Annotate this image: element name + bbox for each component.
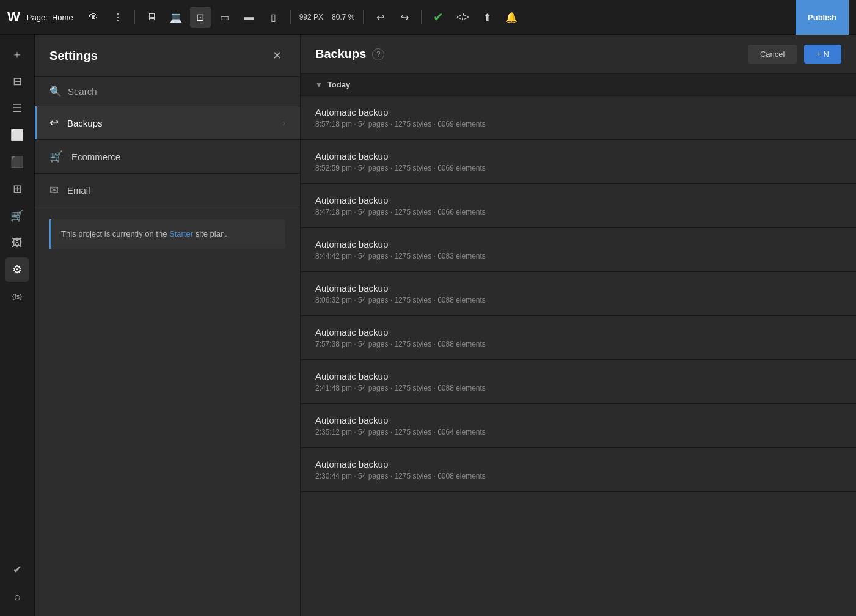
backups-chevron-icon: ›	[282, 118, 285, 128]
webflow-logo: W	[7, 9, 20, 25]
backup-item-title: Automatic backup	[315, 371, 841, 381]
backup-item-title: Automatic backup	[315, 327, 841, 337]
rail-layers-icon[interactable]: ⊟	[5, 69, 29, 94]
today-section-header: ▼ Today	[301, 74, 856, 96]
preview-icon[interactable]: 👁	[83, 7, 104, 28]
backup-item-title: Automatic backup	[315, 239, 841, 249]
backup-item-meta: 8:52:59 pm · 54 pages · 1275 styles · 60…	[315, 164, 841, 172]
backups-title-area: Backups ?	[315, 47, 384, 61]
backups-icon: ↩	[49, 116, 59, 130]
nav-item-backups[interactable]: ↩ Backups ›	[35, 106, 300, 140]
backup-item-meta: 2:30:44 pm · 54 pages · 1275 styles · 60…	[315, 472, 841, 480]
laptop-view-icon[interactable]: 💻	[166, 7, 186, 28]
cancel-button[interactable]: Cancel	[748, 45, 797, 64]
more-options-icon[interactable]: ⋮	[108, 7, 128, 28]
toolbar-separator-3	[363, 10, 364, 24]
rail-data-icon[interactable]: ⊞	[5, 177, 29, 201]
phone-portrait-icon[interactable]: ▯	[263, 7, 284, 28]
email-label: Email	[67, 185, 90, 196]
settings-close-button[interactable]: ✕	[268, 47, 285, 64]
backup-list-item[interactable]: Automatic backup 2:41:48 pm · 54 pages ·…	[301, 360, 856, 404]
backup-list-item[interactable]: Automatic backup 8:47:18 pm · 54 pages ·…	[301, 184, 856, 228]
starter-plan-link[interactable]: Starter	[169, 229, 193, 238]
backup-item-meta: 2:35:12 pm · 54 pages · 1275 styles · 60…	[315, 428, 841, 436]
settings-search[interactable]: 🔍 Search	[35, 77, 300, 106]
backup-list: Automatic backup 8:57:18 pm · 54 pages ·…	[301, 96, 856, 616]
backups-title: Backups	[315, 47, 366, 61]
backup-list-item[interactable]: Automatic backup 7:57:38 pm · 54 pages ·…	[301, 316, 856, 360]
backup-item-title: Automatic backup	[315, 459, 841, 469]
rail-pages-icon[interactable]: ⬜	[5, 123, 29, 147]
icon-rail: ＋ ⊟ ☰ ⬜ ⬛ ⊞ 🛒 🖼 ⚙ {fs} ✔ ⌕	[0, 35, 35, 616]
backup-item-title: Automatic backup	[315, 195, 841, 205]
rail-add-icon[interactable]: ＋	[5, 42, 29, 67]
rail-nav-icon[interactable]: ☰	[5, 96, 29, 120]
new-backup-label: + N	[816, 50, 829, 59]
backup-item-meta: 8:57:18 pm · 54 pages · 1275 styles · 60…	[315, 120, 841, 128]
settings-header: Settings ✕	[35, 35, 300, 77]
nav-item-ecommerce[interactable]: 🛒 Ecommerce	[35, 140, 300, 174]
settings-panel: Settings ✕ 🔍 Search ↩ Backups › 🛒 Ecomme…	[35, 35, 301, 616]
backup-item-meta: 8:47:18 pm · 54 pages · 1275 styles · 60…	[315, 208, 841, 216]
settings-info-box: This project is currently on the Starter…	[49, 219, 285, 249]
tablet-portrait-icon[interactable]: ▭	[214, 7, 235, 28]
section-label: Today	[327, 80, 350, 89]
rail-tasks-icon[interactable]: ✔	[5, 557, 29, 582]
backup-list-item[interactable]: Automatic backup 8:44:42 pm · 54 pages ·…	[301, 228, 856, 272]
ecommerce-label: Ecommerce	[71, 152, 120, 162]
undo-icon[interactable]: ↩	[370, 7, 390, 28]
backup-item-meta: 7:57:38 pm · 54 pages · 1275 styles · 60…	[315, 340, 841, 348]
settings-title: Settings	[49, 49, 98, 63]
search-icon: 🔍	[49, 86, 62, 97]
page-info: Page: Home	[27, 13, 73, 22]
backup-item-title: Automatic backup	[315, 151, 841, 161]
nav-item-email[interactable]: ✉ Email	[35, 174, 300, 207]
toolbar-separator-1	[134, 10, 135, 24]
backups-header: Backups ? Cancel + N	[301, 35, 856, 74]
backups-panel: Backups ? Cancel + N ▼ Today Automatic b…	[301, 35, 856, 616]
backup-list-item[interactable]: Automatic backup 8:52:59 pm · 54 pages ·…	[301, 140, 856, 184]
backup-item-meta: 2:41:48 pm · 54 pages · 1275 styles · 60…	[315, 384, 841, 392]
backup-item-title: Automatic backup	[315, 283, 841, 293]
rail-settings-icon[interactable]: ⚙	[5, 257, 29, 282]
new-backup-button[interactable]: + N	[804, 45, 841, 64]
desktop-view-icon[interactable]: 🖥	[141, 7, 162, 28]
toolbar: W Page: Home 👁 ⋮ 🖥 💻 ⊡ ▭ ▬ ▯ 992 PX 80.7…	[0, 0, 856, 35]
section-arrow-icon: ▼	[315, 81, 323, 89]
info-text2: site plan.	[196, 229, 227, 238]
backup-list-item[interactable]: Automatic backup 8:57:18 pm · 54 pages ·…	[301, 96, 856, 140]
code-icon[interactable]: </>	[452, 7, 473, 28]
backup-item-meta: 8:06:32 pm · 54 pages · 1275 styles · 60…	[315, 296, 841, 304]
redo-icon[interactable]: ↪	[394, 7, 415, 28]
backups-actions: Cancel + N	[748, 45, 841, 64]
rail-search-icon[interactable]: ⌕	[5, 584, 29, 609]
export-icon[interactable]: ⬆	[477, 7, 497, 28]
phone-landscape-icon[interactable]: ▬	[239, 7, 260, 28]
status-check-icon[interactable]: ✔	[428, 7, 448, 28]
rail-fonts-icon[interactable]: {fs}	[5, 284, 29, 309]
backup-item-title: Automatic backup	[315, 415, 841, 425]
notifications-icon[interactable]: 🔔	[501, 7, 522, 28]
toolbar-separator-2	[290, 10, 291, 24]
backup-list-item[interactable]: Automatic backup 2:30:44 pm · 54 pages ·…	[301, 448, 856, 492]
backup-item-title: Automatic backup	[315, 107, 841, 117]
toolbar-separator-4	[421, 10, 422, 24]
backup-list-item[interactable]: Automatic backup 8:06:32 pm · 54 pages ·…	[301, 272, 856, 316]
search-label: Search	[68, 86, 97, 97]
rail-store-icon[interactable]: 🛒	[5, 204, 29, 228]
backup-list-item[interactable]: Automatic backup 2:35:12 pm · 54 pages ·…	[301, 404, 856, 448]
rail-images-icon[interactable]: 🖼	[5, 230, 29, 255]
rail-assets-icon[interactable]: ⬛	[5, 150, 29, 174]
settings-nav: ↩ Backups › 🛒 Ecommerce ✉ Email	[35, 106, 300, 207]
backups-help-icon[interactable]: ?	[372, 48, 384, 61]
main-layout: ＋ ⊟ ☰ ⬜ ⬛ ⊞ 🛒 🖼 ⚙ {fs} ✔ ⌕ Settings ✕ 🔍 …	[0, 35, 856, 616]
backups-label: Backups	[67, 118, 103, 128]
page-name: Home	[52, 13, 73, 22]
px-value: 992 PX	[299, 13, 323, 21]
ecommerce-icon: 🛒	[49, 150, 63, 163]
publish-button[interactable]: Publish	[796, 0, 849, 35]
email-icon: ✉	[49, 183, 59, 197]
tablet-landscape-icon[interactable]: ⊡	[190, 7, 211, 28]
page-label: Page:	[27, 13, 48, 22]
info-text: This project is currently on the	[61, 229, 167, 238]
